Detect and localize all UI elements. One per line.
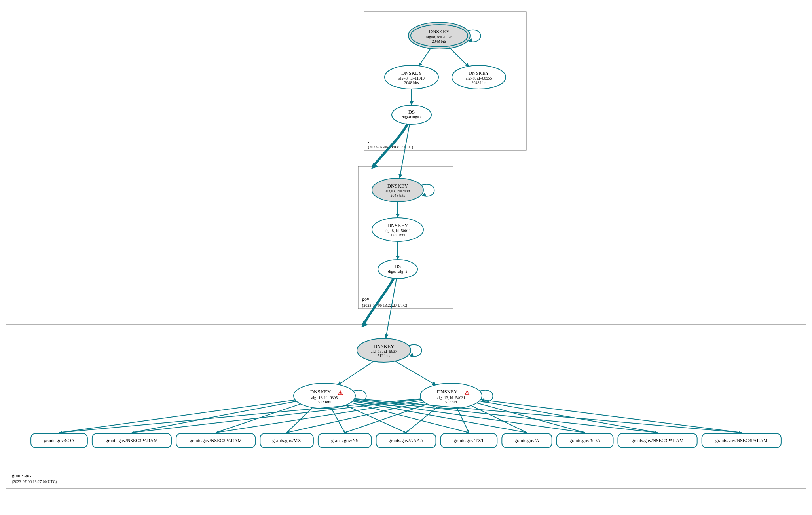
node-gov-ds: DS digest alg=2 — [378, 260, 417, 279]
svg-text:alg=13, id=54631: alg=13, id=54631 — [437, 395, 465, 400]
node-root-zsk1: DNSKEY alg=8, id=11019 2048 bits — [385, 65, 438, 89]
rrset-box: grants.gov/NSEC3PARAM — [92, 433, 171, 448]
rrset-label: grants.gov/TXT — [453, 438, 484, 443]
zone-gov-ts: (2023-07-06 13:22:27 UTC) — [362, 303, 407, 308]
svg-text:DS: DS — [408, 109, 415, 115]
edge-grantsksk-zsk1 — [338, 361, 374, 385]
svg-text:2048 bits: 2048 bits — [472, 80, 486, 85]
edge-rootksk-zsk2 — [449, 48, 469, 67]
rrset-label: grants.gov/NSEC3PARAM — [190, 438, 242, 443]
svg-text:digest alg=2: digest alg=2 — [402, 115, 421, 119]
edge-zsk-to-rrset — [132, 399, 421, 433]
node-grants-zsk1: DNSKEY ⚠ alg=13, id=6305 512 bits — [294, 383, 355, 409]
svg-text:DNSKEY: DNSKEY — [374, 343, 395, 349]
rrsets-layer: grants.gov/SOAgrants.gov/NSEC3PARAMgrant… — [31, 399, 781, 448]
rrset-label: grants.gov/NS — [331, 438, 359, 443]
edge-zsk-to-rrset — [132, 401, 296, 433]
warning-icon: ⚠ — [338, 390, 343, 396]
svg-marker-35 — [396, 256, 400, 260]
svg-text:2048 bits: 2048 bits — [404, 80, 419, 85]
svg-text:alg=8, id=20326: alg=8, id=20326 — [426, 35, 452, 39]
rrset-label: grants.gov/SOA — [44, 438, 75, 443]
zone-grants-ts: (2023-07-06 13:27:00 UTC) — [12, 479, 57, 484]
svg-text:1280 bits: 1280 bits — [391, 233, 405, 237]
svg-text:alg=8, id=50011: alg=8, id=50011 — [385, 228, 411, 233]
svg-text:digest alg=2: digest alg=2 — [388, 269, 407, 274]
rrset-box: grants.gov/SOA — [31, 433, 87, 448]
node-root-ds: DS digest alg=2 — [392, 105, 431, 124]
rrset-box: grants.gov/AAAA — [376, 433, 436, 448]
zone-root-label: . — [368, 138, 369, 144]
svg-text:alg=13, id=6305: alg=13, id=6305 — [311, 395, 338, 400]
svg-text:alg=13, id=9637: alg=13, id=9637 — [371, 349, 397, 353]
svg-text:512 bits: 512 bits — [318, 400, 331, 404]
svg-text:2048 bits: 2048 bits — [391, 193, 405, 198]
rrset-box: grants.gov/MX — [260, 433, 313, 448]
rrset-label: grants.gov/A — [514, 438, 539, 443]
svg-marker-31 — [396, 214, 400, 218]
edge-zsk-to-rrset — [345, 404, 427, 433]
zone-gov-label: gov — [362, 296, 369, 302]
rrset-label: grants.gov/AAAA — [389, 438, 424, 443]
rrset-label: grants.gov/SOA — [569, 438, 600, 443]
svg-text:512 bits: 512 bits — [445, 400, 457, 404]
rrset-box: grants.gov/NSEC3PARAM — [618, 433, 697, 448]
svg-text:512 bits: 512 bits — [378, 353, 390, 358]
svg-text:DNSKEY: DNSKEY — [401, 70, 422, 76]
node-gov-zsk: DNSKEY alg=8, id=50011 1280 bits — [372, 218, 423, 241]
rrset-box: grants.gov/SOA — [557, 433, 613, 448]
zone-grants-label: grants.gov — [12, 473, 32, 478]
svg-text:DNSKEY: DNSKEY — [387, 183, 408, 189]
rrset-box: grants.gov/NS — [318, 433, 372, 448]
edge-zsk-to-rrset — [406, 407, 437, 433]
rrset-label: grants.gov/NSEC3PARAM — [106, 438, 158, 443]
dnssec-graph: . (2023-07-06 13:03:12 UTC) DNSKEY alg=8… — [0, 0, 812, 515]
rrset-label: grants.gov/MX — [272, 438, 301, 443]
svg-text:alg=8, id=60955: alg=8, id=60955 — [466, 76, 492, 80]
svg-marker-68 — [343, 430, 345, 433]
node-root-zsk2: DNSKEY alg=8, id=60955 2048 bits — [452, 65, 506, 89]
svg-text:alg=8, id=11019: alg=8, id=11019 — [398, 76, 425, 80]
svg-marker-19 — [410, 101, 414, 105]
svg-marker-72 — [216, 431, 218, 433]
svg-text:DNSKEY: DNSKEY — [469, 70, 489, 76]
svg-text:DNSKEY: DNSKEY — [310, 389, 331, 395]
edge-grantsksk-zsk2 — [395, 361, 435, 385]
svg-marker-10 — [419, 62, 422, 66]
rrset-box: grants.gov/NSEC3PARAM — [702, 433, 781, 448]
edge-zsk-to-rrset — [59, 399, 421, 433]
node-root-ksk: DNSKEY alg=8, id=20326 2048 bits — [408, 22, 470, 49]
rrset-box: grants.gov/A — [502, 433, 552, 448]
svg-text:DS: DS — [395, 263, 401, 269]
svg-marker-67 — [345, 431, 347, 433]
svg-text:DNSKEY: DNSKEY — [387, 222, 408, 228]
rrset-box: grants.gov/NSEC3PARAM — [176, 433, 255, 448]
edge-zsk-to-rrset — [471, 405, 527, 433]
rrset-label: grants.gov/NSEC3PARAM — [715, 438, 768, 443]
svg-marker-66 — [403, 431, 406, 433]
svg-text:DNSKEY: DNSKEY — [429, 29, 450, 34]
svg-text:alg=8, id=7698: alg=8, id=7698 — [385, 189, 410, 193]
rrset-box: grants.gov/TXT — [441, 433, 497, 448]
svg-text:DNSKEY: DNSKEY — [437, 389, 458, 395]
node-grants-ksk: DNSKEY alg=13, id=9637 512 bits — [357, 338, 411, 362]
svg-text:2048 bits: 2048 bits — [432, 39, 447, 44]
node-grants-zsk2: DNSKEY ⚠ alg=13, id=54631 512 bits — [420, 383, 482, 409]
rrset-label: grants.gov/NSEC3PARAM — [632, 438, 684, 443]
svg-marker-26 — [398, 174, 402, 178]
node-gov-ksk: DNSKEY alg=8, id=7698 2048 bits — [372, 178, 423, 202]
warning-icon: ⚠ — [465, 390, 470, 396]
svg-marker-42 — [385, 334, 389, 338]
